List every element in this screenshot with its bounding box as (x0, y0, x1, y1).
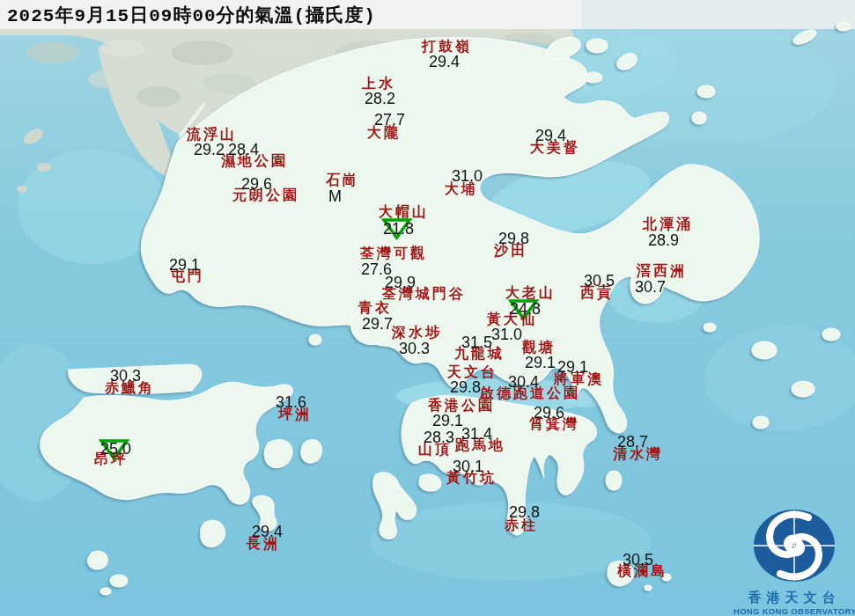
station-name: 荃灣可觀 (360, 246, 427, 260)
station-temperature: 28.7 (617, 434, 648, 450)
station-temperature: 28.9 (648, 232, 679, 248)
station-name: 北潭涌 (643, 217, 693, 231)
station-temperature: 29.1 (557, 359, 588, 375)
page-title: 2025年9月15日09時00分的氣溫(攝氏度) (7, 3, 376, 27)
station-name: 香港公園 (428, 399, 495, 413)
hong-kong-basemap (0, 0, 855, 616)
station-temperature: 30.1 (453, 458, 483, 474)
station-temperature: 30.4 (508, 374, 539, 390)
station-temperature: 31.0 (491, 326, 522, 342)
hko-logo: 香港天文台 HONG KONG OBSERVATORY (733, 507, 855, 616)
station-temperature: 30.5 (584, 273, 615, 289)
station-temperature: 30.3 (399, 341, 430, 356)
station-temperature: 27.7 (374, 112, 405, 128)
station-name: 流浮山 (187, 128, 237, 142)
station-temperature: 28.2 (365, 91, 395, 106)
station-temperature: 30.7 (635, 279, 666, 295)
hko-logo-name-english: HONG KONG OBSERVATORY (733, 606, 855, 616)
station-temperature: 25.0 (100, 441, 131, 457)
station-name: 打鼓嶺 (422, 40, 472, 54)
station-temperature: 21.8 (383, 221, 414, 237)
hko-logo-name-chinese: 香港天文台 (733, 590, 855, 606)
station-temperature: 30.3 (110, 368, 141, 384)
station-name: 天文台 (447, 365, 498, 379)
station-name: 深水埗 (392, 326, 442, 340)
station-temperature: 28.4 (228, 142, 259, 158)
station-temperature: 29.2 (194, 142, 225, 158)
station-temperature: 28.3 (424, 429, 454, 445)
station-temperature: 30.5 (623, 552, 653, 568)
station-temperature: 29.6 (241, 176, 272, 192)
temperature-map: 2025年9月15日09時00分的氣溫(攝氏度) 打鼓嶺29.4上水28.2大隴… (0, 0, 855, 616)
station-name: 滘西洲 (637, 264, 687, 278)
station-temperature: 29.8 (450, 379, 481, 395)
station-name: 青衣 (358, 301, 392, 315)
station-name: 大老山 (505, 286, 556, 300)
station-temperature: 29.8 (498, 231, 529, 246)
station-temperature: 29.6 (534, 405, 564, 421)
hko-logo-icon (748, 507, 840, 584)
station-temperature: 29.7 (362, 316, 393, 332)
station-temperature: 29.1 (169, 257, 200, 273)
station-temperature: 29.9 (385, 275, 416, 290)
station-name: 石崗 (326, 173, 359, 187)
station-temperature: M (328, 188, 342, 204)
station-temperature: 24.8 (510, 301, 541, 317)
station-temperature: 29.4 (252, 524, 283, 539)
station-temperature: 29.1 (525, 355, 556, 370)
station-temperature: 31.0 (452, 168, 483, 184)
station-temperature: 29.8 (509, 504, 540, 520)
station-name: 上水 (362, 77, 395, 91)
station-temperature: 29.1 (432, 413, 463, 429)
station-temperature: 31.4 (461, 426, 492, 442)
station-temperature: 31.5 (461, 334, 492, 350)
station-name: 觀塘 (522, 341, 556, 355)
station-temperature: 29.4 (429, 54, 460, 70)
station-name: 大帽山 (379, 205, 429, 219)
station-temperature: 31.6 (276, 394, 306, 410)
station-temperature: 29.4 (535, 128, 566, 143)
